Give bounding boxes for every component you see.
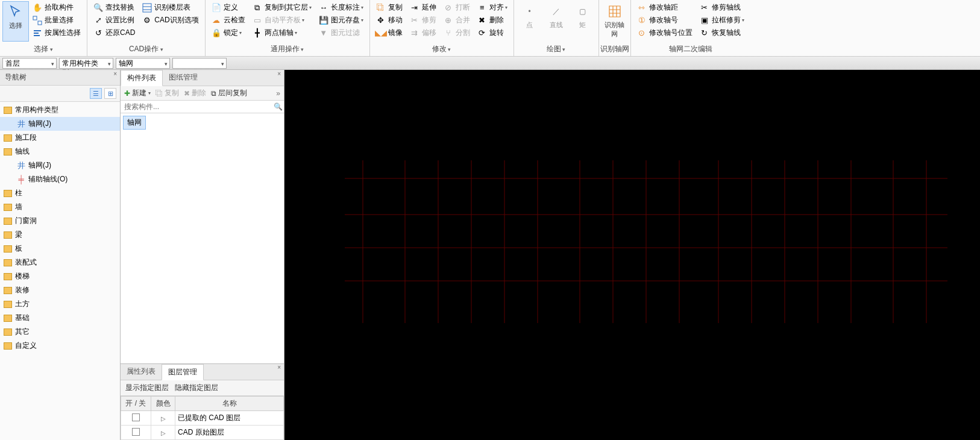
move-button[interactable]: ✥移动 <box>374 14 405 27</box>
tab-attr-list[interactable]: 属性列表 <box>121 364 162 380</box>
trim-button: ✂修剪 <box>407 14 439 27</box>
define-button[interactable]: 📄定义 <box>209 1 248 14</box>
ribbon-group-cad: 🔍查找替换 ⤢设置比例 ↺还原CAD 识别楼层表 ⚙CAD识别选项 CAD操作 <box>87 0 206 56</box>
search-icon[interactable]: 🔍 <box>272 102 284 111</box>
lock-button[interactable]: 🔒锁定▾ <box>209 27 248 39</box>
dim-icon: ↔ <box>319 3 328 13</box>
cad-options-button[interactable]: ⚙CAD识别选项 <box>140 14 201 27</box>
restore-cad-button[interactable]: ↺还原CAD <box>91 27 137 39</box>
length-dim-button[interactable]: ↔长度标注▾ <box>316 1 366 14</box>
tree-folder-common[interactable]: 常用构件类型 <box>0 103 120 117</box>
mirror-button[interactable]: ◣◢镜像 <box>374 27 405 39</box>
empty-combo[interactable] <box>172 58 227 69</box>
ribbon-group-gridedit: ⇿修改轴距 ①修改轴号 ⊙修改轴号位置 ✂修剪轴线 ▣拉框修剪▾ ↻恢复轴线 轴… <box>631 0 750 56</box>
tree-folder-construction[interactable]: 施工段 <box>0 131 120 145</box>
show-layer-button[interactable]: 显示指定图层 <box>125 383 169 393</box>
tree-folder-slab[interactable]: 板 <box>0 242 120 256</box>
box-trim-button[interactable]: ▣拉框修剪▾ <box>697 14 747 27</box>
copy-button[interactable]: ⿻复制 <box>374 1 405 14</box>
new-button[interactable]: ✚新建▾ <box>124 88 151 98</box>
svg-rect-5 <box>143 4 151 12</box>
prop-close-button[interactable]: × <box>275 364 283 371</box>
tree-folder-stair[interactable]: 楼梯 <box>0 269 120 283</box>
aux-axis-icon: ╪ <box>17 175 25 184</box>
mid-close-button[interactable]: × <box>275 71 283 77</box>
tree-folder-custom[interactable]: 自定义 <box>0 339 120 353</box>
search-input[interactable] <box>121 101 272 113</box>
delete-button[interactable]: ✖删除 <box>475 14 510 27</box>
layer-copy-button[interactable]: ⧉层间复制 <box>211 88 247 98</box>
identify-floor-button[interactable]: 识别楼层表 <box>140 1 201 14</box>
component-item-grid[interactable]: 轴网 <box>123 116 146 130</box>
mod-spacing-button[interactable]: ⇿修改轴距 <box>635 1 695 14</box>
box-trim-icon: ▣ <box>700 16 709 25</box>
set-scale-button[interactable]: ⤢设置比例 <box>91 14 137 27</box>
table-row[interactable]: ▷ CAD 原始图层 <box>121 426 284 440</box>
drawing-canvas[interactable] <box>284 70 980 440</box>
tab-drawing-mgmt[interactable]: 图纸管理 <box>163 70 204 86</box>
group-label-draw[interactable]: 绘图 <box>514 43 598 56</box>
nav-view-list-button[interactable]: ☰ <box>90 88 102 99</box>
table-row[interactable]: ▷ 已提取的 CAD 图层 <box>121 411 284 426</box>
tree-item-grid-j2[interactable]: 井轴网(J) <box>0 159 120 172</box>
rect-button[interactable]: ▢矩 <box>570 1 596 42</box>
select-button[interactable]: 选择 <box>2 1 29 42</box>
two-point-aux-button[interactable]: ╋两点辅轴▾ <box>250 27 314 39</box>
select-by-property-button[interactable]: 按属性选择 <box>30 27 83 39</box>
hide-layer-button[interactable]: 隐藏指定图层 <box>175 383 218 393</box>
trim-grid-button[interactable]: ✂修剪轴线 <box>697 1 747 14</box>
align-button[interactable]: ≡对齐▾ <box>475 1 510 14</box>
tab-component-list[interactable]: 构件列表 <box>121 70 163 86</box>
identify-grid-button[interactable]: 识别轴网 <box>602 1 628 42</box>
tree-folder-column[interactable]: 柱 <box>0 186 120 200</box>
tree-folder-foundation[interactable]: 基础 <box>0 311 120 325</box>
group-label-cad[interactable]: CAD操作 <box>87 43 205 56</box>
tab-layer-mgmt[interactable]: 图层管理 <box>162 364 204 380</box>
mod-number-pos-button[interactable]: ⊙修改轴号位置 <box>635 27 695 39</box>
rotate-button[interactable]: ⟳旋转 <box>475 27 510 39</box>
find-replace-button[interactable]: 🔍查找替换 <box>91 1 137 14</box>
extend-button[interactable]: ⇥延伸 <box>407 1 439 14</box>
folder-icon <box>4 231 12 239</box>
tree-item-aux-axis[interactable]: ╪辅助轴线(O) <box>0 172 120 186</box>
break-icon: ⊘ <box>444 3 453 13</box>
expand-icon[interactable]: ▷ <box>161 430 166 436</box>
folder-icon <box>4 148 12 156</box>
svg-rect-4 <box>34 35 40 36</box>
tree-folder-wall[interactable]: 墙 <box>0 200 120 214</box>
offset-button: ⇉偏移 <box>407 27 439 39</box>
nav-close-button[interactable]: × <box>112 71 119 77</box>
cloud-check-button[interactable]: ☁云检查 <box>209 14 248 27</box>
group-label-common[interactable]: 通用操作 <box>206 43 369 56</box>
checkbox[interactable] <box>132 413 140 421</box>
tree-folder-axis[interactable]: 轴线 <box>0 145 120 159</box>
tree-folder-door-window[interactable]: 门窗洞 <box>0 214 120 228</box>
tree-folder-prefab[interactable]: 装配式 <box>0 256 120 269</box>
group-label-select[interactable]: 选择 <box>0 43 87 56</box>
mid-more-button[interactable]: » <box>276 89 280 98</box>
group-label-edit[interactable]: 修改 <box>370 43 514 56</box>
line-button[interactable]: ／直线 <box>543 1 570 42</box>
tree-item-grid-j[interactable]: 井轴网(J) <box>0 117 120 131</box>
comptype-combo[interactable]: 常用构件类型 <box>59 58 113 69</box>
nav-panel: × 导航树 ☰ ⊞ 常用构件类型 井轴网(J) 施工段 轴线 井轴网(J) ╪辅… <box>0 70 121 440</box>
image-store-button[interactable]: 💾图元存盘▾ <box>316 14 366 27</box>
mod-number-button[interactable]: ①修改轴号 <box>635 14 695 27</box>
tree-folder-other[interactable]: 其它 <box>0 325 120 339</box>
restore-grid-button[interactable]: ↻恢复轴线 <box>697 27 747 39</box>
expand-icon[interactable]: ▷ <box>161 415 166 422</box>
folder-icon <box>4 342 12 350</box>
ribbon-group-common: 📄定义 ☁云检查 🔒锁定▾ ⧉复制到其它层▾ ▭自动平齐板▾ ╋两点辅轴▾ ↔长… <box>206 0 370 56</box>
nav-view-grid-button[interactable]: ⊞ <box>104 88 116 99</box>
tree-folder-earthwork[interactable]: 土方 <box>0 297 120 311</box>
batch-select-button[interactable]: 批量选择 <box>30 14 83 27</box>
checkbox[interactable] <box>132 428 140 436</box>
copy-other-layer-button[interactable]: ⧉复制到其它层▾ <box>250 1 314 14</box>
grid-combo[interactable]: 轴网 <box>116 58 170 69</box>
floor-combo[interactable]: 首层 <box>2 58 57 69</box>
tree-folder-beam[interactable]: 梁 <box>0 228 120 242</box>
tree-folder-decoration[interactable]: 装修 <box>0 283 120 297</box>
filter-icon: ▼ <box>319 28 328 38</box>
point-button[interactable]: •点 <box>517 1 543 42</box>
pick-component-button[interactable]: ✋拾取构件 <box>30 1 83 14</box>
